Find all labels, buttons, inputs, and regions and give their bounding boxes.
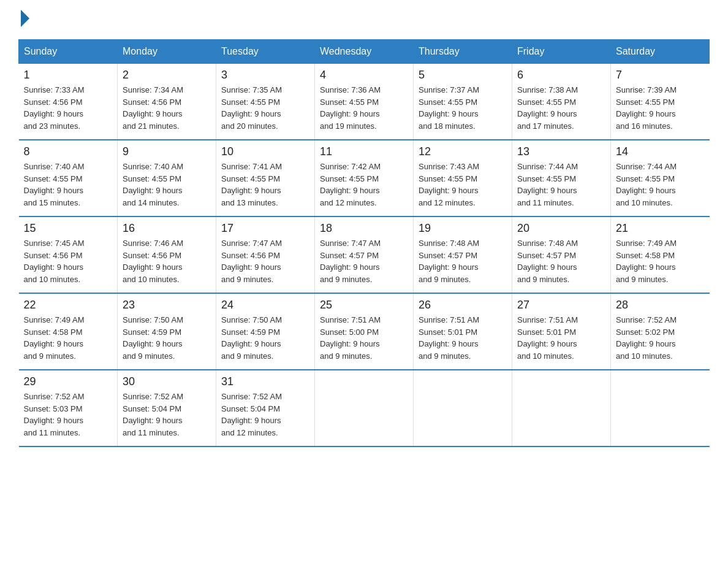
day-cell: 25 Sunrise: 7:51 AMSunset: 5:00 PMDaylig… [315, 293, 414, 370]
day-cell: 12 Sunrise: 7:43 AMSunset: 4:55 PMDaylig… [414, 140, 512, 216]
day-info: Sunrise: 7:38 AMSunset: 4:55 PMDaylight:… [517, 84, 605, 132]
day-info: Sunrise: 7:40 AMSunset: 4:55 PMDaylight:… [123, 161, 211, 209]
day-cell: 2 Sunrise: 7:34 AMSunset: 4:56 PMDayligh… [118, 64, 216, 140]
day-cell: 28 Sunrise: 7:52 AMSunset: 5:02 PMDaylig… [611, 293, 710, 370]
day-number: 3 [221, 69, 309, 82]
day-cell [315, 370, 414, 446]
column-header-wednesday: Wednesday [315, 40, 414, 64]
day-number: 26 [419, 299, 507, 312]
day-number: 2 [123, 69, 211, 82]
day-cell: 30 Sunrise: 7:52 AMSunset: 5:04 PMDaylig… [118, 370, 216, 446]
day-number: 20 [517, 222, 605, 235]
day-cell: 7 Sunrise: 7:39 AMSunset: 4:55 PMDayligh… [611, 64, 710, 140]
day-number: 13 [517, 145, 605, 158]
week-row-5: 29 Sunrise: 7:52 AMSunset: 5:03 PMDaylig… [19, 370, 710, 446]
day-info: Sunrise: 7:39 AMSunset: 4:55 PMDaylight:… [616, 84, 705, 132]
day-cell: 11 Sunrise: 7:42 AMSunset: 4:55 PMDaylig… [315, 140, 414, 216]
day-cell: 16 Sunrise: 7:46 AMSunset: 4:56 PMDaylig… [118, 216, 216, 293]
day-info: Sunrise: 7:52 AMSunset: 5:03 PMDaylight:… [24, 391, 113, 439]
day-number: 4 [320, 69, 408, 82]
day-cell: 13 Sunrise: 7:44 AMSunset: 4:55 PMDaylig… [512, 140, 611, 216]
day-info: Sunrise: 7:51 AMSunset: 5:00 PMDaylight:… [320, 314, 408, 362]
column-header-friday: Friday [512, 40, 611, 64]
day-number: 15 [24, 222, 113, 235]
day-info: Sunrise: 7:36 AMSunset: 4:55 PMDaylight:… [320, 84, 408, 132]
day-info: Sunrise: 7:50 AMSunset: 4:59 PMDaylight:… [123, 314, 211, 362]
day-cell: 21 Sunrise: 7:49 AMSunset: 4:58 PMDaylig… [611, 216, 710, 293]
calendar-table: SundayMondayTuesdayWednesdayThursdayFrid… [18, 39, 710, 447]
day-number: 22 [24, 299, 113, 312]
day-info: Sunrise: 7:37 AMSunset: 4:55 PMDaylight:… [419, 84, 507, 132]
day-info: Sunrise: 7:48 AMSunset: 4:57 PMDaylight:… [517, 237, 605, 285]
day-cell: 3 Sunrise: 7:35 AMSunset: 4:55 PMDayligh… [216, 64, 315, 140]
day-cell [512, 370, 611, 446]
day-number: 16 [123, 222, 211, 235]
day-number: 14 [616, 145, 705, 158]
day-number: 6 [517, 69, 605, 82]
column-header-saturday: Saturday [611, 40, 710, 64]
day-cell: 31 Sunrise: 7:52 AMSunset: 5:04 PMDaylig… [216, 370, 315, 446]
day-cell: 23 Sunrise: 7:50 AMSunset: 4:59 PMDaylig… [118, 293, 216, 370]
day-number: 17 [221, 222, 309, 235]
day-info: Sunrise: 7:46 AMSunset: 4:56 PMDaylight:… [123, 237, 211, 285]
day-info: Sunrise: 7:45 AMSunset: 4:56 PMDaylight:… [24, 237, 113, 285]
logo [18, 12, 31, 27]
calendar-header-row: SundayMondayTuesdayWednesdayThursdayFrid… [19, 40, 710, 64]
day-info: Sunrise: 7:35 AMSunset: 4:55 PMDaylight:… [221, 84, 309, 132]
day-number: 19 [419, 222, 507, 235]
day-number: 5 [419, 69, 507, 82]
day-info: Sunrise: 7:51 AMSunset: 5:01 PMDaylight:… [517, 314, 605, 362]
day-info: Sunrise: 7:44 AMSunset: 4:55 PMDaylight:… [616, 161, 705, 209]
day-number: 7 [616, 69, 705, 82]
day-cell: 26 Sunrise: 7:51 AMSunset: 5:01 PMDaylig… [414, 293, 512, 370]
day-cell [414, 370, 512, 446]
day-number: 12 [419, 145, 507, 158]
day-info: Sunrise: 7:49 AMSunset: 4:58 PMDaylight:… [24, 314, 113, 362]
day-info: Sunrise: 7:48 AMSunset: 4:57 PMDaylight:… [419, 237, 507, 285]
column-header-tuesday: Tuesday [216, 40, 315, 64]
day-cell: 15 Sunrise: 7:45 AMSunset: 4:56 PMDaylig… [19, 216, 118, 293]
day-info: Sunrise: 7:40 AMSunset: 4:55 PMDaylight:… [24, 161, 113, 209]
week-row-3: 15 Sunrise: 7:45 AMSunset: 4:56 PMDaylig… [19, 216, 710, 293]
day-cell: 10 Sunrise: 7:41 AMSunset: 4:55 PMDaylig… [216, 140, 315, 216]
day-cell: 24 Sunrise: 7:50 AMSunset: 4:59 PMDaylig… [216, 293, 315, 370]
day-info: Sunrise: 7:43 AMSunset: 4:55 PMDaylight:… [419, 161, 507, 209]
day-info: Sunrise: 7:52 AMSunset: 5:04 PMDaylight:… [221, 391, 309, 439]
day-cell: 17 Sunrise: 7:47 AMSunset: 4:56 PMDaylig… [216, 216, 315, 293]
day-info: Sunrise: 7:50 AMSunset: 4:59 PMDaylight:… [221, 314, 309, 362]
logo-triangle-icon [21, 10, 29, 27]
day-number: 31 [221, 375, 309, 388]
day-number: 11 [320, 145, 408, 158]
day-number: 28 [616, 299, 705, 312]
day-number: 25 [320, 299, 408, 312]
day-cell: 8 Sunrise: 7:40 AMSunset: 4:55 PMDayligh… [19, 140, 118, 216]
day-cell [611, 370, 710, 446]
day-number: 27 [517, 299, 605, 312]
week-row-2: 8 Sunrise: 7:40 AMSunset: 4:55 PMDayligh… [19, 140, 710, 216]
day-info: Sunrise: 7:33 AMSunset: 4:56 PMDaylight:… [24, 84, 113, 132]
day-cell: 4 Sunrise: 7:36 AMSunset: 4:55 PMDayligh… [315, 64, 414, 140]
column-header-thursday: Thursday [414, 40, 512, 64]
day-cell: 27 Sunrise: 7:51 AMSunset: 5:01 PMDaylig… [512, 293, 611, 370]
day-number: 9 [123, 145, 211, 158]
day-cell: 1 Sunrise: 7:33 AMSunset: 4:56 PMDayligh… [19, 64, 118, 140]
day-info: Sunrise: 7:52 AMSunset: 5:04 PMDaylight:… [123, 391, 211, 439]
day-info: Sunrise: 7:52 AMSunset: 5:02 PMDaylight:… [616, 314, 705, 362]
day-number: 10 [221, 145, 309, 158]
day-cell: 19 Sunrise: 7:48 AMSunset: 4:57 PMDaylig… [414, 216, 512, 293]
week-row-4: 22 Sunrise: 7:49 AMSunset: 4:58 PMDaylig… [19, 293, 710, 370]
day-info: Sunrise: 7:42 AMSunset: 4:55 PMDaylight:… [320, 161, 408, 209]
day-number: 23 [123, 299, 211, 312]
day-cell: 5 Sunrise: 7:37 AMSunset: 4:55 PMDayligh… [414, 64, 512, 140]
column-header-sunday: Sunday [19, 40, 118, 64]
day-info: Sunrise: 7:41 AMSunset: 4:55 PMDaylight:… [221, 161, 309, 209]
week-row-1: 1 Sunrise: 7:33 AMSunset: 4:56 PMDayligh… [19, 64, 710, 140]
day-info: Sunrise: 7:47 AMSunset: 4:57 PMDaylight:… [320, 237, 408, 285]
day-cell: 18 Sunrise: 7:47 AMSunset: 4:57 PMDaylig… [315, 216, 414, 293]
day-cell: 9 Sunrise: 7:40 AMSunset: 4:55 PMDayligh… [118, 140, 216, 216]
day-number: 1 [24, 69, 113, 82]
day-number: 8 [24, 145, 113, 158]
day-info: Sunrise: 7:49 AMSunset: 4:58 PMDaylight:… [616, 237, 705, 285]
day-info: Sunrise: 7:51 AMSunset: 5:01 PMDaylight:… [419, 314, 507, 362]
page-header [18, 12, 710, 27]
